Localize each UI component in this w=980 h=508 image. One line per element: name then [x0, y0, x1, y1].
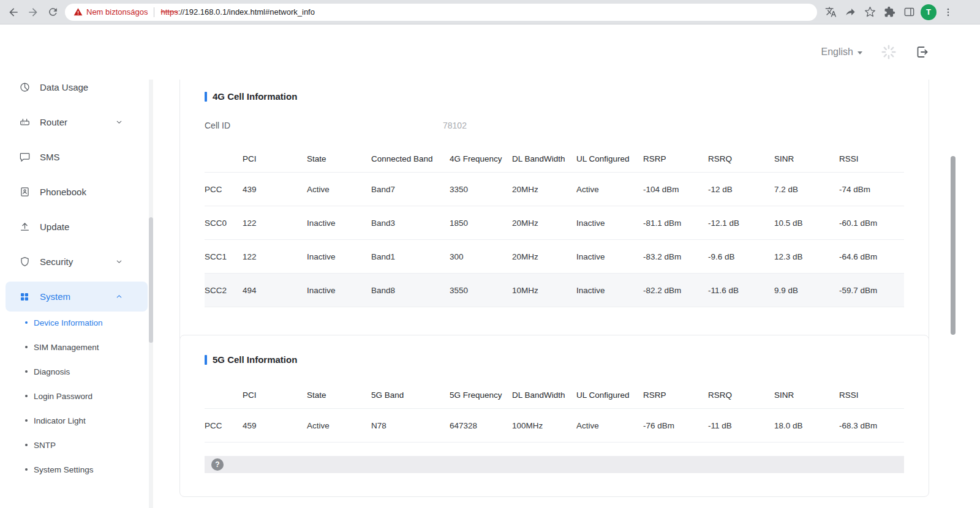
sidebar-item-label: Security — [40, 256, 73, 267]
column-header — [205, 145, 243, 173]
help-icon[interactable]: ? — [211, 458, 224, 471]
sidebar: Data Usage Router SMS — [0, 80, 153, 508]
sidebar-subitem-system-settings[interactable]: System Settings — [0, 457, 153, 482]
translate-icon[interactable] — [821, 2, 840, 22]
sidebar-scrollbar[interactable] — [149, 80, 153, 508]
back-icon[interactable] — [4, 2, 23, 22]
table-cell: -59.7 dBm — [839, 274, 904, 307]
sidebar-item-data-usage[interactable]: Data Usage — [0, 80, 153, 105]
table-cell: 3550 — [450, 274, 512, 307]
address-bar[interactable]: Nem biztonságos https://192.168.0.1/inde… — [65, 4, 817, 21]
table-cell: 100MHz — [512, 409, 576, 443]
table-cell: 20MHz — [512, 206, 576, 240]
table-row: SCC2494InactiveBand8355010MHzInactive-82… — [205, 274, 904, 307]
sidebar-item-phonebook[interactable]: Phonebook — [0, 174, 153, 209]
table-cell: -64.6 dBm — [839, 240, 904, 274]
sidebar-item-router[interactable]: Router — [0, 105, 153, 140]
system-submenu: Device Information SIM Management Diagno… — [0, 310, 153, 482]
column-header: SINR — [774, 381, 839, 409]
table-header-row: PCIState5G Band5G FrequencyDL BandWidthU… — [205, 381, 904, 409]
column-header: RSRQ — [708, 381, 774, 409]
table-cell: Band1 — [371, 240, 450, 274]
5g-cell-table: PCIState5G Band5G FrequencyDL BandWidthU… — [205, 381, 904, 443]
page-scrollbar-thumb[interactable] — [951, 156, 956, 335]
table-cell: Active — [576, 173, 643, 206]
table-cell: -11 dB — [708, 409, 774, 443]
4g-cell-table: PCIStateConnected Band4G FrequencyDL Ban… — [205, 145, 904, 307]
table-cell: 12.3 dB — [774, 240, 839, 274]
column-header: RSRP — [643, 381, 708, 409]
table-cell: SCC0 — [205, 206, 243, 240]
sidebar-item-update[interactable]: Update — [0, 209, 153, 244]
language-selector[interactable]: English — [821, 47, 862, 58]
table-cell: -104 dBm — [643, 173, 708, 206]
table-cell: Inactive — [576, 274, 643, 307]
toolbar-right: T — [821, 2, 958, 22]
column-header: State — [307, 381, 371, 409]
browser-menu-icon[interactable] — [938, 2, 958, 22]
table-cell: -68.3 dBm — [839, 409, 904, 443]
address-divider — [154, 7, 154, 17]
sidebar-item-sms[interactable]: SMS — [0, 140, 153, 174]
table-cell: -12 dB — [708, 173, 774, 206]
logout-icon[interactable] — [915, 45, 930, 59]
table-cell: Active — [307, 173, 371, 206]
sidebar-item-label: Router — [40, 117, 67, 127]
forward-icon[interactable] — [23, 2, 43, 22]
sms-icon — [18, 151, 31, 163]
card-title-text: 4G Cell Information — [213, 91, 297, 102]
sidebar-subitem-sntp[interactable]: SNTP — [0, 433, 153, 457]
sidebar-subitem-diagnosis[interactable]: Diagnosis — [0, 359, 153, 384]
column-header: Connected Band — [371, 145, 450, 173]
column-header: State — [307, 145, 371, 173]
sidebar-subitem-indicator-light[interactable]: Indicator Light — [0, 408, 153, 433]
card-footer-strip: ? — [205, 456, 904, 473]
url-scheme: https — [160, 7, 178, 17]
table-cell: -82.2 dBm — [643, 274, 708, 307]
column-header: PCI — [243, 381, 307, 409]
column-header: UL Configured — [576, 381, 643, 409]
share-icon[interactable] — [840, 2, 860, 22]
table-cell: 18.0 dB — [774, 409, 839, 443]
table-cell: -12.1 dB — [708, 206, 774, 240]
side-panel-icon[interactable] — [899, 2, 919, 22]
table-cell: -74 dBm — [839, 173, 904, 206]
sidebar-item-system[interactable]: System — [6, 282, 148, 312]
loading-spinner-icon — [881, 44, 897, 60]
title-accent-bar — [205, 355, 207, 365]
table-cell: -76 dBm — [643, 409, 708, 443]
table-cell: 7.2 dB — [774, 173, 839, 206]
data-usage-icon — [18, 81, 31, 94]
security-warning-text[interactable]: Nem biztonságos — [86, 7, 148, 17]
url-text[interactable]: https://192.168.0.1/index.html#network_i… — [160, 7, 315, 17]
table-cell: -60.1 dBm — [839, 206, 904, 240]
card-title: 5G Cell Information — [180, 354, 929, 365]
sidebar-subitem-device-information[interactable]: Device Information — [0, 310, 153, 335]
column-header: 5G Frequency — [450, 381, 512, 409]
table-cell: 20MHz — [512, 240, 576, 274]
reload-icon[interactable] — [43, 2, 62, 22]
cell-id-label: Cell ID — [205, 121, 230, 130]
table-cell: 20MHz — [512, 173, 576, 206]
sidebar-item-label: Phonebook — [40, 187, 86, 197]
column-header — [205, 381, 243, 409]
table-cell: 122 — [243, 206, 307, 240]
column-header: DL BandWidth — [512, 381, 576, 409]
security-warning-icon[interactable] — [74, 7, 83, 17]
table-cell: -11.6 dB — [708, 274, 774, 307]
sidebar-nav: Data Usage Router SMS — [0, 80, 153, 482]
sidebar-item-label: Data Usage — [40, 82, 88, 92]
sidebar-scrollbar-thumb[interactable] — [149, 217, 153, 343]
column-header: RSSI — [839, 381, 904, 409]
sidebar-item-security[interactable]: Security — [0, 244, 153, 279]
bookmark-star-icon[interactable] — [860, 2, 880, 22]
table-row: SCC1122InactiveBand130020MHzInactive-83.… — [205, 240, 904, 274]
header-controls: English — [821, 24, 930, 80]
table-cell: Band7 — [371, 173, 450, 206]
sidebar-subitem-login-password[interactable]: Login Password — [0, 384, 153, 408]
table-cell: 494 — [243, 274, 307, 307]
profile-avatar[interactable]: T — [921, 4, 937, 20]
chevron-down-icon — [115, 258, 123, 266]
sidebar-subitem-sim-management[interactable]: SIM Management — [0, 335, 153, 359]
extensions-puzzle-icon[interactable] — [880, 2, 899, 22]
